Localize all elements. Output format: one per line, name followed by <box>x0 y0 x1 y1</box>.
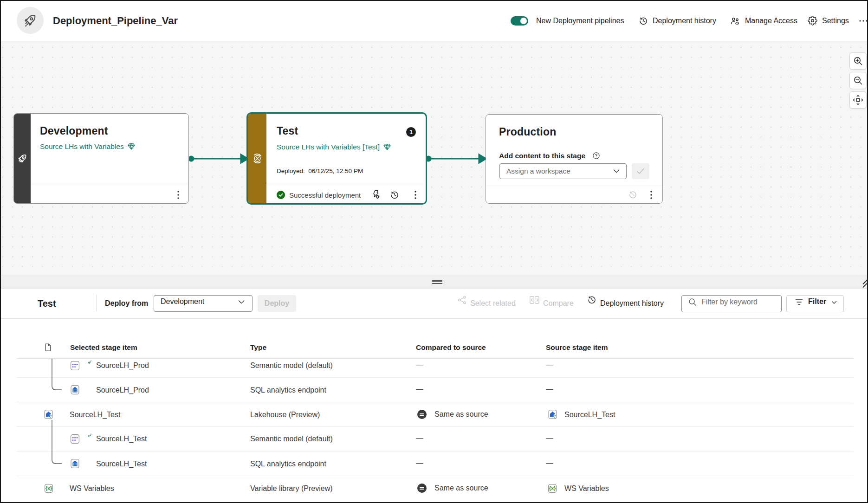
svg-text:{x}: {x} <box>45 485 52 491</box>
svg-text:{x}: {x} <box>549 485 556 491</box>
